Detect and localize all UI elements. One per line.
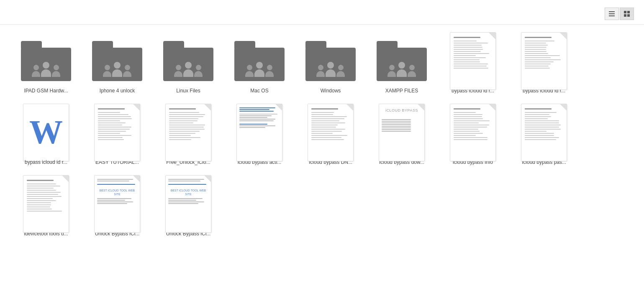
grid-view-button[interactable]: [620, 8, 634, 20]
item-label: XAMPP FILES: [385, 87, 418, 94]
item-label: Mac OS: [250, 87, 268, 94]
svg-rect-6: [627, 14, 630, 17]
document-icon: [446, 38, 500, 84]
document-icon: W: [19, 110, 73, 156]
grid-item[interactable]: Free_Unlock_iClo...: [155, 106, 222, 169]
document-icon: [303, 110, 358, 156]
svg-rect-1: [609, 13, 615, 14]
svg-rect-2: [609, 15, 615, 16]
document-icon: [232, 110, 287, 156]
list-view-button[interactable]: [605, 8, 619, 20]
svg-rect-3: [624, 11, 626, 13]
document-icon: [90, 110, 144, 156]
grid-item[interactable]: idevicetool tools u...: [13, 178, 80, 241]
document-icon: BEST iCLOUD TOOL WEB SITE: [161, 181, 216, 227]
grid-item[interactable]: bypass icloud id r...: [439, 35, 506, 98]
item-label: bypass icloud id r...: [25, 159, 67, 166]
grid-item[interactable]: Wbypass icloud id r...: [13, 106, 80, 169]
document-icon: BEST iCLOUD TOOL WEB SITE: [90, 181, 144, 227]
folder-icon: [19, 38, 73, 84]
document-icon: [517, 110, 571, 156]
file-grid: IPAD GSM Hardw...: [0, 25, 644, 250]
item-label: Windows: [321, 87, 341, 94]
item-label: Linux Files: [176, 87, 200, 94]
document-icon: [446, 110, 500, 156]
document-icon: [517, 38, 571, 84]
grid-item[interactable]: Linux Files: [155, 35, 222, 98]
grid-item[interactable]: XAMPP FILES: [368, 35, 435, 98]
grid-item[interactable]: BEST iCLOUD TOOL WEB SITE Unlock Bypass …: [84, 178, 151, 241]
view-toggle: [605, 8, 634, 20]
document-icon: [19, 181, 73, 227]
document-icon: iCLOUD BYPASS: [375, 110, 429, 156]
grid-item[interactable]: Icloud bypass pas...: [511, 106, 577, 169]
document-icon: [161, 110, 216, 156]
grid-item[interactable]: Windows: [297, 35, 364, 98]
header: [0, 0, 644, 25]
folder-icon: [375, 38, 429, 84]
grid-item[interactable]: Mac OS: [226, 35, 293, 98]
grid-item[interactable]: Iphone 4 unlock: [84, 35, 151, 98]
svg-rect-0: [609, 11, 615, 12]
grid-item[interactable]: bypass icloud id r...: [511, 35, 577, 98]
grid-item[interactable]: IPAD GSM Hardw...: [13, 35, 80, 98]
svg-rect-5: [624, 14, 626, 17]
item-label: Iphone 4 unlock: [100, 87, 135, 94]
folder-icon: [232, 38, 287, 84]
grid-item[interactable]: iCLOUD BYPASS Icloud bypass dow...: [368, 106, 435, 169]
svg-rect-4: [627, 11, 630, 13]
grid-item[interactable]: BEST iCLOUD TOOL WEB SITE Unlock Bypass …: [155, 178, 222, 241]
folder-icon: [303, 38, 358, 84]
item-label: IPAD GSM Hardw...: [24, 87, 68, 94]
folder-icon: [161, 38, 216, 84]
grid-item[interactable]: icloud bypass acti...: [226, 106, 293, 169]
grid-item[interactable]: Icloud bypass DN...: [297, 106, 364, 169]
folder-icon: [90, 38, 144, 84]
grid-item[interactable]: icloud bypass Info: [439, 106, 506, 169]
grid-item[interactable]: EASY TUTORIAL...: [84, 106, 151, 169]
